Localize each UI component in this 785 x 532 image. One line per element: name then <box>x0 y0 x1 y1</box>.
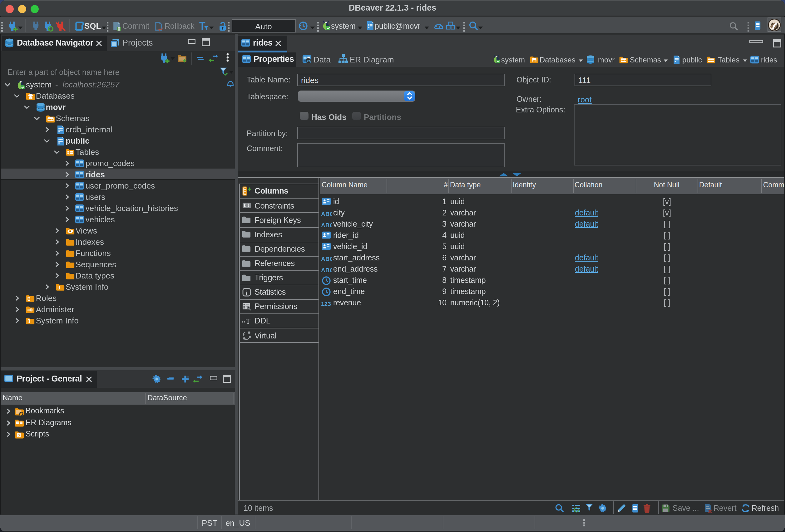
svg-text:ABC: ABC <box>321 267 332 273</box>
svg-text:i: i <box>246 288 248 296</box>
svg-text:ABC: ABC <box>321 222 332 228</box>
svg-text:‹›: ‹› <box>242 319 245 324</box>
svg-text:<>: <> <box>306 59 311 64</box>
svg-text:T: T <box>246 317 250 325</box>
svg-text:ABC: ABC <box>321 255 332 262</box>
svg-text:ABC: ABC <box>321 210 332 217</box>
svg-text:123: 123 <box>321 300 331 307</box>
